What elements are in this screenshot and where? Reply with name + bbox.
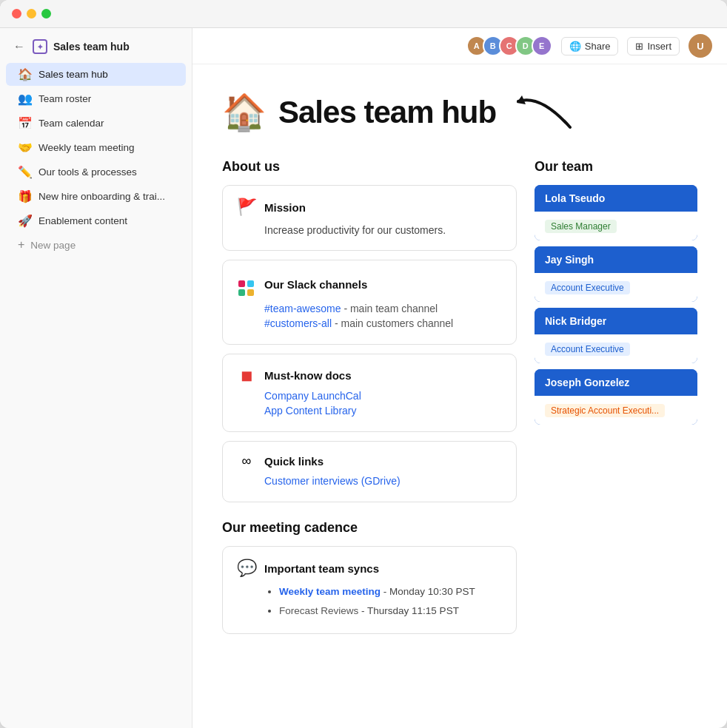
sidebar-label-team-calendar: Team calendar <box>38 118 104 129</box>
page-title-icon: 🏠 <box>222 92 267 133</box>
plus-icon: + <box>18 238 24 252</box>
avatar-group: A B C D E <box>466 36 552 56</box>
team-member-joseph-name: Joseph Gonzelez <box>535 369 697 396</box>
slack-icon <box>236 272 257 297</box>
team-member-nick-role: Account Executive <box>545 343 630 356</box>
slack-channel-2-suffix: - main customers channel <box>332 317 453 329</box>
team-member-jay-body: Account Executive <box>535 273 697 302</box>
sidebar-item-new-hire[interactable]: 🎁 New hire onboarding & trai... <box>6 185 186 208</box>
sidebar-label-sales-team-hub: Sales team hub <box>38 69 108 80</box>
maximize-button[interactable] <box>41 9 51 18</box>
meeting-list: Weekly team meeting - Monday 10:30 PST F… <box>264 584 503 619</box>
sidebar-label-team-roster: Team roster <box>38 93 91 104</box>
quicklinks-title: Quick links <box>264 455 324 468</box>
quicklinks-card-header: ∞ Quick links <box>236 454 503 469</box>
mission-card: 🚩 Mission Increase productivity for our … <box>222 185 517 251</box>
meeting-item-1: Weekly team meeting - Monday 10:30 PST <box>279 584 503 600</box>
team-member-nick[interactable]: Nick Bridger Account Executive <box>535 308 697 363</box>
sidebar-label-new-hire: New hire onboarding & trai... <box>38 191 165 202</box>
mission-card-header: 🚩 Mission <box>236 198 503 217</box>
meeting-item-2: Forecast Reviews - Thursday 11:15 PST <box>279 603 503 619</box>
meeting-link-1[interactable]: Weekly team meeting <box>279 586 381 597</box>
docs-body: Company LaunchCal App Content Library <box>236 390 503 417</box>
back-button[interactable]: ← <box>12 38 27 55</box>
sidebar-item-weekly-meeting[interactable]: 🤝 Weekly team meeting <box>6 136 186 159</box>
topbar: A B C D E 🌐 Share ⊞ Insert U <box>192 28 727 64</box>
sidebar-icon-sales-team-hub: 🏠 <box>18 67 33 81</box>
sidebar-icon-enablement: 🚀 <box>18 214 33 228</box>
sidebar-item-sales-team-hub[interactable]: 🏠 Sales team hub <box>6 63 186 86</box>
slack-card: Our Slack channels #team-awesome - main … <box>222 260 517 345</box>
team-member-jay[interactable]: Jay Singh Account Executive <box>535 246 697 302</box>
doc-link-2[interactable]: App Content Library <box>264 405 503 417</box>
slack-link-2[interactable]: #customers-all - main customers channel <box>264 317 503 329</box>
sidebar-icon-weekly-meeting: 🤝 <box>18 141 33 155</box>
meeting-card-title: Important team syncs <box>264 562 379 575</box>
sidebar-label-weekly-meeting: Weekly team meeting <box>38 142 135 153</box>
meeting-cadence-section: Our meeting cadence 💬 Important team syn… <box>222 520 517 634</box>
meeting-item-1-suffix: - Monday 10:30 PST <box>383 586 475 597</box>
sidebar-item-enablement[interactable]: 🚀 Enablement content <box>6 209 186 232</box>
sidebar-item-team-calendar[interactable]: 📅 Team calendar <box>6 112 186 135</box>
app-window: ← ✦ Sales team hub 🏠 Sales team hub 👥 Te… <box>0 0 727 728</box>
workspace-title: Sales team hub <box>53 41 130 53</box>
team-member-joseph[interactable]: Joseph Gonzelez Strategic Account Execut… <box>535 369 697 425</box>
meeting-card-body: Weekly team meeting - Monday 10:30 PST F… <box>236 584 503 619</box>
our-team-title: Our team <box>535 159 697 175</box>
user-avatar[interactable]: U <box>689 34 712 58</box>
team-member-joseph-role: Strategic Account Executi... <box>545 404 665 417</box>
docs-icon: ◼ <box>236 366 257 384</box>
page-title: Sales team hub <box>278 95 496 130</box>
slack-channel-2: #customers-all <box>264 317 332 329</box>
new-page-button[interactable]: + New page <box>6 234 186 256</box>
share-label: Share <box>585 41 611 52</box>
share-button[interactable]: 🌐 Share <box>561 37 619 55</box>
new-page-label: New page <box>30 240 76 251</box>
slack-title: Our Slack channels <box>264 278 367 291</box>
quick-link-1[interactable]: Customer interviews (GDrive) <box>264 475 503 487</box>
sidebar-item-tools-processes[interactable]: ✏️ Our tools & processes <box>6 161 186 183</box>
right-column: Our team Lola Tseudo Sales Manager Jay S… <box>535 159 697 706</box>
page-header: 🏠 Sales team hub <box>222 87 697 138</box>
insert-label: Insert <box>647 41 671 52</box>
sidebar-icon-team-calendar: 📅 <box>18 116 33 130</box>
team-member-nick-name: Nick Bridger <box>535 308 697 334</box>
meeting-cadence-title: Our meeting cadence <box>222 520 517 536</box>
about-us-title: About us <box>222 159 517 175</box>
team-member-lola-body: Sales Manager <box>535 212 697 240</box>
mission-icon: 🚩 <box>236 198 257 217</box>
team-member-jay-role: Account Executive <box>545 281 630 294</box>
sidebar-nav-top: ← ✦ Sales team hub <box>0 36 192 62</box>
sidebar-label-tools-processes: Our tools & processes <box>38 166 137 178</box>
quicklinks-card: ∞ Quick links Customer interviews (GDriv… <box>222 441 517 502</box>
sidebar-label-enablement: Enablement content <box>38 215 127 226</box>
meeting-item-2-suffix: - Thursday 11:15 PST <box>361 605 459 616</box>
sidebar-icon-team-roster: 👥 <box>18 92 33 106</box>
quicklinks-icon: ∞ <box>236 454 257 469</box>
sidebar-item-team-roster[interactable]: 👥 Team roster <box>6 87 186 110</box>
slack-channel-1-suffix: - main team channel <box>341 303 438 314</box>
insert-icon: ⊞ <box>635 41 643 52</box>
meeting-card-header: 💬 Important team syncs <box>236 559 503 578</box>
main-content: A B C D E 🌐 Share ⊞ Insert U <box>192 28 727 728</box>
meeting-card: 💬 Important team syncs Weekly team meeti… <box>222 546 517 634</box>
avatar-5: E <box>532 36 552 56</box>
docs-title: Must-know docs <box>264 369 352 382</box>
mission-text: Increase productivity for our customers. <box>264 223 503 238</box>
team-member-lola-role: Sales Manager <box>545 220 617 233</box>
two-column-layout: About us 🚩 Mission Increase productivity… <box>222 159 697 706</box>
workspace-icon: ✦ <box>33 39 47 54</box>
slack-link-1[interactable]: #team-awesome - main team channel <box>264 303 503 314</box>
team-member-lola[interactable]: Lola Tseudo Sales Manager <box>535 185 697 240</box>
doc-link-1[interactable]: Company LaunchCal <box>264 390 503 402</box>
sidebar-icon-tools-processes: ✏️ <box>18 165 33 179</box>
insert-button[interactable]: ⊞ Insert <box>627 37 680 55</box>
team-member-lola-name: Lola Tseudo <box>535 185 697 212</box>
share-icon: 🌐 <box>569 41 581 52</box>
minimize-button[interactable] <box>27 9 36 18</box>
team-member-joseph-body: Strategic Account Executi... <box>535 396 697 425</box>
traffic-lights <box>12 9 51 18</box>
close-button[interactable] <box>12 9 21 18</box>
slack-card-header: Our Slack channels <box>236 272 503 297</box>
meeting-link-2[interactable]: Forecast Reviews <box>279 605 358 616</box>
